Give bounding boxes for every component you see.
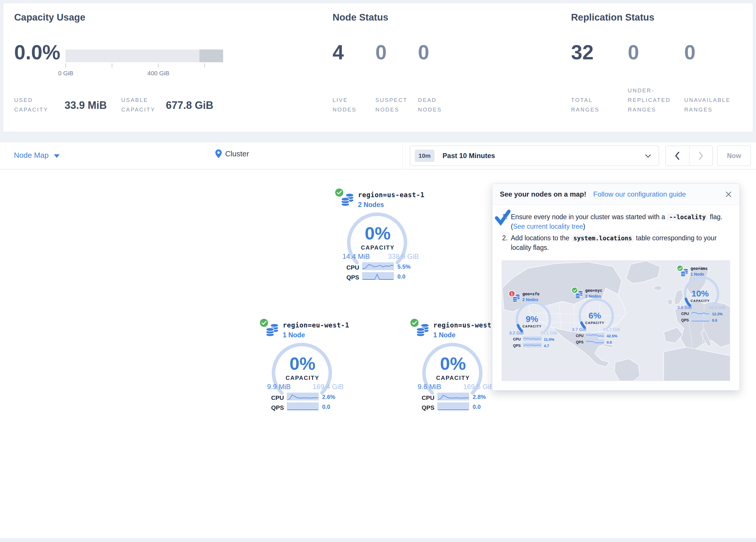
locality-tree-link[interactable]: See current locality tree — [513, 223, 583, 230]
locality-nodes-link[interactable]: 2 Nodes — [585, 294, 601, 299]
cpu-label: CPU — [571, 334, 583, 338]
capacity-percent: 0% — [259, 353, 346, 374]
system-locations-code: system.locations — [571, 234, 634, 242]
node-healthy-icon — [677, 265, 683, 272]
locality-nodes-link[interactable]: 1 Node — [691, 272, 704, 277]
popup-header: See your nodes on a map! Follow our conf… — [492, 184, 740, 205]
replication-status-title: Replication Status — [571, 12, 654, 23]
region-nodes-link[interactable]: 1 Node — [283, 331, 305, 339]
qps-sparkline — [362, 272, 394, 280]
capacity-percent: 6% — [571, 311, 619, 321]
used-value: 9.6 MiB — [418, 383, 441, 391]
cpu-sparkline — [523, 337, 542, 341]
used-value: 9.9 MiB — [267, 383, 291, 391]
view-selector-dropdown[interactable]: Node Map — [14, 151, 60, 160]
locality-setup-popup: See your nodes on a map! Follow our conf… — [492, 183, 740, 391]
qps-value: 4.7 — [544, 344, 549, 348]
region-name: region=us-west-1 — [433, 322, 500, 329]
step-complete-check-icon — [495, 209, 511, 225]
capacity-bar-dark-segment — [199, 49, 223, 62]
chevron-right-icon — [698, 152, 704, 160]
total-value: 169.4 GiB — [313, 383, 344, 391]
node-healthy-icon — [571, 287, 578, 294]
qps-sparkline — [691, 317, 710, 322]
unavailable-ranges-label: UNAVAILABLE RANGES — [684, 95, 731, 114]
breadcrumb[interactable]: Cluster — [215, 149, 249, 158]
capacity-tick-label-400: 400 GiB — [147, 70, 169, 77]
capacity-tick — [112, 63, 112, 67]
total-ranges-label: TOTAL RANGES — [571, 95, 599, 114]
capacity-label: CAPACITY — [508, 325, 556, 328]
region-nodes-link[interactable]: 2 Nodes — [358, 201, 384, 209]
capacity-tick — [204, 63, 205, 67]
qps-value: 0.0 — [712, 318, 717, 323]
locality-flag-code: --locality — [667, 213, 708, 221]
toolbar-divider — [402, 142, 403, 169]
region-name: region=eu-west-1 — [283, 322, 349, 329]
total-value: 338.9 GiB — [388, 252, 419, 260]
cpu-value: 2.6% — [322, 394, 335, 401]
node-map-canvas: region=us-east-1 2 Nodes 0% CAPACITY 14.… — [0, 170, 756, 538]
time-range-select[interactable]: 10m Past 10 Minutes — [410, 146, 659, 166]
time-forward-button[interactable] — [689, 146, 713, 166]
capacity-percent: 10% — [676, 289, 724, 299]
qps-sparkline — [437, 403, 469, 410]
cpu-value: 11.0% — [544, 337, 554, 342]
region-card-us-west-1[interactable]: region=us-west-1 1 Node 0% CAPACITY 9.6 … — [410, 318, 496, 415]
cpu-sparkline — [691, 311, 710, 316]
used-capacity-value: 33.9 MiB — [65, 99, 107, 111]
total-value: 65.7 GiB — [603, 327, 620, 332]
cpu-label: CPU — [334, 264, 359, 271]
qps-label: QPS — [410, 404, 434, 411]
cpu-label: CPU — [508, 337, 521, 341]
total-ranges-count: 32 — [571, 42, 594, 63]
used-value: 3.7 GiB — [572, 327, 586, 332]
time-range-badge: 10m — [415, 150, 434, 162]
region-nodes-link[interactable]: 1 Node — [433, 331, 456, 339]
region-card-us-east-1[interactable]: region=us-east-1 2 Nodes 0% CAPACITY 14.… — [334, 187, 421, 284]
capacity-tick — [158, 63, 159, 67]
unavailable-ranges-count: 0 — [684, 42, 696, 63]
close-icon[interactable] — [725, 191, 732, 198]
capacity-percent: 0% — [410, 353, 496, 374]
capacity-percent: 0% — [334, 223, 421, 243]
usable-capacity-label: USABLE CAPACITY — [121, 95, 155, 114]
capacity-label: CAPACITY — [410, 375, 496, 381]
popup-steps: 1. Ensure every node in your cluster was… — [492, 205, 740, 258]
capacity-percent: 0.0% — [14, 42, 60, 63]
qps-value: 0.0 — [607, 340, 612, 345]
capacity-tick-label-0: 0 GiB — [58, 70, 74, 77]
node-map-page: Capacity Usage 0.0% 0 GiB 400 GiB USED C… — [0, 0, 756, 542]
live-nodes-count: 4 — [333, 42, 344, 63]
used-capacity-label: USED CAPACITY — [14, 95, 48, 114]
qps-label: QPS — [508, 344, 521, 348]
node-healthy-icon — [334, 187, 344, 197]
chevron-down-icon — [54, 154, 60, 158]
under-replicated-count: 0 — [628, 42, 639, 63]
view-toolbar: Node Map Cluster 10m Past 10 Minutes — [0, 142, 756, 169]
region-card-eu-west-1[interactable]: region=eu-west-1 1 Node 0% CAPACITY 9.9 … — [259, 318, 346, 415]
view-selector-label: Node Map — [14, 151, 49, 159]
time-back-button[interactable] — [666, 146, 689, 166]
qps-value: 0.0 — [397, 273, 405, 280]
now-button[interactable]: Now — [717, 146, 751, 166]
popup-title: See your nodes on a map! — [500, 190, 586, 198]
suspect-nodes-count: 0 — [375, 42, 387, 63]
cpu-value: 42.5% — [607, 334, 617, 338]
cpu-value: 5.5% — [397, 263, 411, 270]
qps-value: 0.0 — [322, 404, 330, 410]
cpu-label: CPU — [676, 312, 689, 316]
cpu-label: CPU — [410, 394, 434, 401]
map-pin-icon — [215, 149, 222, 158]
locality-nodes-link[interactable]: 2 Nodes — [522, 297, 538, 302]
under-replicated-label: UNDER- REPLICATED RANGES — [628, 86, 671, 114]
step-1: 1. Ensure every node in your cluster was… — [502, 212, 731, 231]
qps-sparkline — [523, 343, 542, 348]
cpu-label: CPU — [259, 394, 284, 401]
capacity-label: CAPACITY — [676, 299, 724, 303]
configuration-guide-link[interactable]: Follow our configuration guide — [593, 190, 686, 198]
cluster-stats-band: Capacity Usage 0.0% 0 GiB 400 GiB USED C… — [3, 3, 753, 132]
qps-sparkline — [287, 403, 319, 410]
node-healthy-icon — [410, 318, 419, 328]
capacity-percent: 9% — [508, 314, 556, 324]
